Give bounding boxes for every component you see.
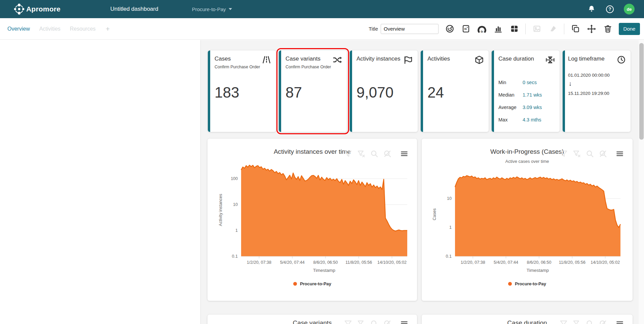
filter-icon[interactable] [344,149,352,158]
road-icon [262,55,271,64]
zoom-icon[interactable] [370,149,379,158]
down-arrow-icon: ↓ [569,80,572,87]
chart-card-case-duration[interactable]: Case duration [422,315,633,324]
filter-icon[interactable] [559,319,568,324]
chart-card-activity-instances-over-time[interactable]: 1/2/20, 07:385/4/20, 07:448/6/20, 06:501… [207,139,417,301]
kpi-card-case-variants[interactable]: Case variants Confirm Purchase Order 87 [279,50,347,132]
add-meter-widget-icon[interactable]: 0ı [477,24,487,34]
svg-text:0.1: 0.1 [446,254,452,259]
widget-title-label: Title [369,26,378,32]
dashboard-toolbar: Overview Activities Resources + Title 0ı… [0,18,644,40]
kpi-card-log-timeframe[interactable]: Log timeframe 01.01.2020 00:00:00 ↓ 15.1… [563,50,631,132]
toolbar-separator [564,24,564,34]
kpi-value: 24 [427,84,444,101]
chart-legend[interactable]: Procure-to-Pay [422,281,633,286]
add-bar-chart-widget-icon[interactable] [493,24,503,34]
tab-overview[interactable]: Overview [7,26,30,32]
kpi-subtitle: Confirm Purchase Order [286,65,331,69]
delete-widget-icon[interactable] [603,24,613,34]
dashboard-title: Untitled dashboard [110,6,158,12]
svg-text:8/6/20, 06:50: 8/6/20, 06:50 [313,260,338,265]
clear-filter-icon[interactable] [357,319,366,324]
user-avatar[interactable]: de [624,4,635,14]
chart-menu-icon[interactable] [400,150,408,158]
svg-text:5/4/20, 07:44: 5/4/20, 07:44 [280,260,305,265]
kpi-card-activity-instances[interactable]: Activity instances 9,070 [350,50,418,132]
card-accent-bar [492,50,494,132]
stat-row-max: Max 4.3 mths [498,117,556,122]
notifications-bell-icon[interactable] [587,5,596,13]
chart-card-work-in-progress[interactable]: 1/2/20, 07:385/4/20, 07:448/6/20, 06:501… [422,139,633,301]
card-accent-bar [421,50,423,132]
chart-menu-icon[interactable] [400,320,408,324]
clear-filter-icon[interactable] [357,149,366,158]
move-widget-icon[interactable] [586,24,597,34]
filter-icon[interactable] [344,319,352,324]
chart-menu-icon[interactable] [616,150,624,158]
box-icon [475,55,484,65]
add-table-widget-icon[interactable] [509,24,519,34]
filter-icon[interactable] [559,149,568,158]
kpi-title: Case variants [286,56,320,62]
stat-label: Min [498,80,523,85]
reset-zoom-icon[interactable] [383,319,392,324]
kpi-card-cases[interactable]: Cases Confirm Purchase Order 183 [208,50,276,132]
zoom-icon[interactable] [370,319,379,324]
chart-card-case-variants[interactable]: Case variants [207,315,417,324]
zoom-icon[interactable] [585,149,594,158]
reset-zoom-icon[interactable] [599,149,607,158]
tab-resources[interactable]: Resources [70,26,96,32]
kpi-card-activities[interactable]: Activities 24 [421,50,489,132]
card-accent-bar [208,50,210,132]
svg-text:0ı: 0ı [464,27,467,31]
log-selector-dropdown[interactable]: Procure-to-Pay [192,6,232,12]
stat-value: 3.09 wks [523,105,542,110]
apromore-logo-icon [13,3,26,15]
svg-text:14/10/20, 05:02: 14/10/20, 05:02 [377,260,407,265]
chart-menu-icon[interactable] [616,320,624,324]
kpi-value: 183 [215,84,239,101]
vertical-scrollbar[interactable] [639,40,644,324]
kpi-subtitle: Confirm Purchase Order [215,65,260,69]
reset-zoom-icon[interactable] [599,319,607,324]
kpi-value: 87 [286,84,302,101]
copy-widget-icon[interactable] [570,24,580,34]
stat-label: Average [498,105,523,110]
legend-dot [293,282,297,286]
tab-activities[interactable]: Activities [39,26,61,32]
scrollbar-thumb[interactable] [639,43,644,140]
shuffle-icon [333,55,342,65]
svg-text:0.1: 0.1 [232,254,238,259]
svg-text:Cases: Cases [432,208,437,220]
left-empty-panel [0,40,200,324]
svg-text:1/2/20, 07:38: 1/2/20, 07:38 [461,260,485,265]
chart-legend[interactable]: Procure-to-Pay [207,281,417,286]
help-icon[interactable]: ? [605,5,614,14]
svg-text:11/8/20, 05:56: 11/8/20, 05:56 [559,260,585,265]
add-number-widget-icon[interactable]: 0ı [461,24,471,34]
stat-row-average: Average 3.09 wks [498,105,556,110]
clock-icon [617,55,626,64]
clear-filter-icon[interactable] [572,149,581,158]
top-navbar: Apromore Untitled dashboard Procure-to-P… [0,0,644,18]
kpi-title: Activities [427,56,450,62]
svg-text:Timestamp: Timestamp [313,268,335,273]
widget-title-input[interactable] [381,24,439,34]
stat-value: 4.3 mths [523,117,541,122]
stat-label: Median [498,92,523,98]
reset-zoom-icon[interactable] [383,149,392,158]
add-tab-button[interactable]: + [106,25,110,33]
zoom-icon[interactable] [585,319,594,324]
add-gauge-widget-icon[interactable] [445,24,455,34]
card-accent-bar [350,50,352,132]
duration-icon [545,55,555,65]
done-button[interactable]: Done [619,23,640,35]
kpi-card-case-duration[interactable]: Case duration Min 0 secs Median 1.71 wks… [492,50,560,132]
svg-text:0ı: 0ı [481,30,483,33]
svg-text:Activity instances: Activity instances [218,194,223,226]
kpi-value: 9,070 [356,84,393,101]
clear-filter-icon[interactable] [572,319,581,324]
stat-row-median: Median 1.71 wks [498,92,556,98]
chevron-down-icon [229,8,232,10]
kpi-title: Cases [215,56,231,62]
